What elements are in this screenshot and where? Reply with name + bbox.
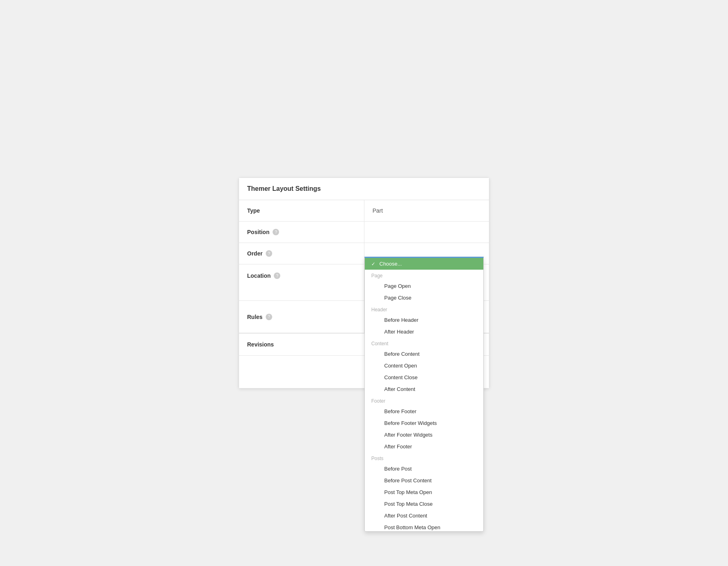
dropdown-group-page: Page: [365, 270, 483, 280]
dropdown-group-footer: Footer: [365, 395, 483, 405]
type-value-cell: Part: [364, 200, 489, 221]
type-label-cell: Type: [239, 200, 364, 221]
location-label-cell: Location ?: [239, 264, 364, 300]
dropdown-option-content-open[interactable]: Content Open: [365, 360, 483, 372]
rules-help-icon[interactable]: ?: [266, 314, 272, 320]
dropdown-option-after-header[interactable]: After Header: [365, 326, 483, 338]
position-label: Position: [247, 229, 269, 235]
dropdown-option-content-close[interactable]: Content Close: [365, 372, 483, 383]
settings-panel: Themer Layout Settings Type Part Positio…: [239, 177, 489, 389]
dropdown-option-post-top-meta-open[interactable]: Post Top Meta Open: [365, 486, 483, 498]
dropdown-group-posts: Posts: [365, 452, 483, 463]
panel-header: Themer Layout Settings: [239, 178, 489, 200]
dropdown-group-header: Header: [365, 304, 483, 314]
dropdown-option-before-post-content[interactable]: Before Post Content: [365, 475, 483, 486]
dropdown-choose-option[interactable]: ✓ Choose...: [365, 258, 483, 270]
dropdown-option-page-close[interactable]: Page Close: [365, 292, 483, 304]
dropdown-option-before-footer[interactable]: Before Footer: [365, 405, 483, 417]
position-row: Position ?: [239, 222, 489, 243]
position-value-cell: [364, 222, 489, 243]
check-icon: ✓: [371, 261, 377, 267]
dropdown-group-content: Content: [365, 338, 483, 348]
dropdown-option-before-content[interactable]: Before Content: [365, 348, 483, 360]
rules-label: Rules: [247, 314, 262, 320]
dropdown-option-after-footer[interactable]: After Footer: [365, 441, 483, 452]
dropdown-option-post-bottom-meta-open[interactable]: Post Bottom Meta Open: [365, 522, 483, 532]
order-label: Order: [247, 250, 262, 257]
order-help-icon[interactable]: ?: [266, 250, 272, 257]
type-label: Type: [247, 207, 260, 214]
dropdown-option-before-post[interactable]: Before Post: [365, 463, 483, 475]
location-dropdown[interactable]: ✓ Choose... Page Page Open Page Close He…: [364, 257, 484, 532]
dropdown-option-after-content[interactable]: After Content: [365, 383, 483, 395]
type-value: Part: [372, 207, 383, 214]
position-label-cell: Position ?: [239, 222, 364, 243]
revisions-title: Revisions: [247, 341, 274, 348]
location-help-icon[interactable]: ?: [274, 272, 280, 279]
panel-title: Themer Layout Settings: [247, 185, 321, 192]
dropdown-choose-label: Choose...: [379, 261, 402, 267]
position-help-icon[interactable]: ?: [273, 229, 279, 235]
dropdown-option-before-header[interactable]: Before Header: [365, 314, 483, 326]
dropdown-option-post-top-meta-close[interactable]: Post Top Meta Close: [365, 498, 483, 510]
dropdown-option-before-footer-widgets[interactable]: Before Footer Widgets: [365, 417, 483, 429]
rules-label-cell: Rules ?: [239, 301, 364, 333]
dropdown-option-after-footer-widgets[interactable]: After Footer Widgets: [365, 429, 483, 441]
location-label: Location: [247, 272, 271, 279]
order-label-cell: Order ?: [239, 243, 364, 264]
dropdown-option-after-post-content[interactable]: After Post Content: [365, 510, 483, 522]
type-row: Type Part: [239, 200, 489, 222]
dropdown-option-page-open[interactable]: Page Open: [365, 280, 483, 292]
